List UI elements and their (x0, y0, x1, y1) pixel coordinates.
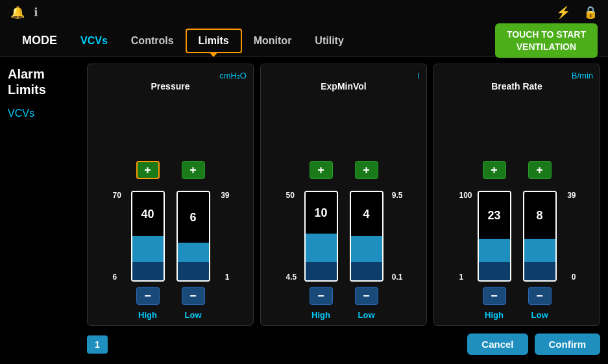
info-icon: ℹ (34, 5, 38, 19)
breathrate-unit: B/min (572, 71, 593, 80)
expminvol-low-col: + 9.5 4 0.1 − (350, 161, 383, 320)
sidebar-title: AlarmLimits (8, 66, 79, 97)
pressure-high-col: + 70 40 6 − (131, 161, 165, 320)
tab-monitor[interactable]: Monitor (242, 30, 304, 52)
bottom-row: 1 Cancel Confirm (87, 331, 600, 358)
expminvol-low-label: Low (358, 310, 375, 320)
cancel-button[interactable]: Cancel (467, 334, 528, 355)
pressure-low-minus[interactable]: − (182, 287, 205, 305)
breathrate-high-value: 23 (487, 209, 500, 223)
pressure-sliders-row: + 70 40 6 − (94, 95, 247, 320)
breathrate-low-plus[interactable]: + (528, 161, 552, 179)
pressure-high-plus[interactable]: + (136, 161, 160, 179)
pressure-high-top-label: 70 (113, 191, 121, 200)
main-content: AlarmLimits VCVs cmH₂O Pressure + 70 (0, 57, 608, 364)
start-ventilation-button[interactable]: TOUCH TO STARTVENTILATION (495, 23, 598, 57)
pressure-low-bottom-label: 1 (225, 273, 230, 282)
panels-area: cmH₂O Pressure + 70 40 (87, 64, 600, 358)
expminvol-low-bottom-label: 0.1 (392, 273, 403, 282)
breathrate-title: Breath Rate (491, 81, 542, 91)
panel-breathrate: B/min Breath Rate + 100 23 (433, 64, 600, 326)
pressure-title: Pressure (151, 81, 190, 91)
tab-mode[interactable]: MODE (10, 29, 69, 53)
breathrate-high-col: + 100 23 1 − (478, 161, 511, 320)
expminvol-high-top-label: 50 (286, 191, 295, 200)
expminvol-sliders-row: + 50 10 4.5 − (267, 95, 420, 320)
sidebar: AlarmLimits VCVs (8, 64, 79, 358)
pressure-high-value: 40 (141, 208, 154, 221)
breathrate-low-col: + 39 8 0 − (523, 161, 557, 320)
pressure-low-top-label: 39 (221, 191, 229, 200)
pressure-low-plus[interactable]: + (182, 161, 205, 179)
bell-icon: 🔔 (10, 5, 25, 19)
tab-controls[interactable]: Controls (119, 30, 186, 52)
confirm-button[interactable]: Confirm (535, 334, 601, 355)
expminvol-low-plus[interactable]: + (355, 161, 378, 179)
expminvol-high-col: + 50 10 4.5 − (304, 161, 338, 320)
pressure-high-label: High (138, 310, 157, 320)
breathrate-high-minus[interactable]: − (483, 287, 506, 305)
breathrate-low-top-label: 39 (567, 191, 576, 200)
expminvol-low-top-label: 9.5 (392, 191, 403, 200)
sidebar-sub-vcvs[interactable]: VCVs (8, 108, 79, 119)
expminvol-high-bottom-label: 4.5 (286, 273, 297, 282)
breathrate-low-bottom-label: 0 (572, 273, 576, 282)
plug-icon: ⚡ (556, 5, 570, 19)
slider-panels: cmH₂O Pressure + 70 40 (87, 64, 600, 326)
breathrate-high-top-label: 100 (459, 191, 472, 200)
breathrate-high-plus[interactable]: + (483, 161, 506, 179)
lock-icon: 🔒 (583, 5, 598, 19)
pressure-unit: cmH₂O (219, 71, 247, 80)
nav-bar: MODE VCVs Controls Limits Monitor Utilit… (0, 25, 608, 57)
pressure-low-label: Low (185, 310, 202, 320)
expminvol-high-value: 10 (314, 206, 327, 220)
expminvol-high-minus[interactable]: − (310, 287, 333, 305)
pressure-low-col: + 39 6 1 − (176, 161, 210, 320)
expminvol-low-minus[interactable]: − (355, 287, 378, 305)
breathrate-low-label: Low (531, 310, 548, 320)
pressure-high-minus[interactable]: − (136, 287, 160, 305)
tab-vcvs[interactable]: VCVs (69, 30, 119, 52)
breathrate-high-label: High (485, 310, 504, 320)
tab-utility[interactable]: Utility (303, 30, 355, 52)
top-bar: 🔔 ℹ ⚡ 🔒 (0, 0, 608, 25)
expminvol-unit: l (418, 71, 420, 80)
pressure-high-bottom-label: 6 (113, 273, 117, 282)
action-buttons: Cancel Confirm (467, 334, 600, 355)
breathrate-sliders-row: + 100 23 1 − (441, 95, 593, 320)
page-indicator[interactable]: 1 (87, 335, 108, 354)
expminvol-title: ExpMinVol (321, 81, 367, 91)
expminvol-high-plus[interactable]: + (310, 161, 333, 179)
top-right-icons: ⚡ 🔒 (556, 5, 598, 19)
top-left-icons: 🔔 ℹ (10, 5, 38, 19)
expminvol-low-value: 4 (363, 208, 369, 221)
breathrate-high-bottom-label: 1 (459, 273, 464, 282)
panel-expminvol: l ExpMinVol + 50 10 (260, 64, 427, 326)
breathrate-low-value: 8 (536, 209, 542, 223)
expminvol-high-label: High (311, 310, 330, 320)
tab-limits[interactable]: Limits (186, 29, 242, 53)
pressure-low-value: 6 (189, 211, 196, 224)
panel-pressure: cmH₂O Pressure + 70 40 (87, 64, 254, 326)
breathrate-low-minus[interactable]: − (528, 287, 552, 305)
